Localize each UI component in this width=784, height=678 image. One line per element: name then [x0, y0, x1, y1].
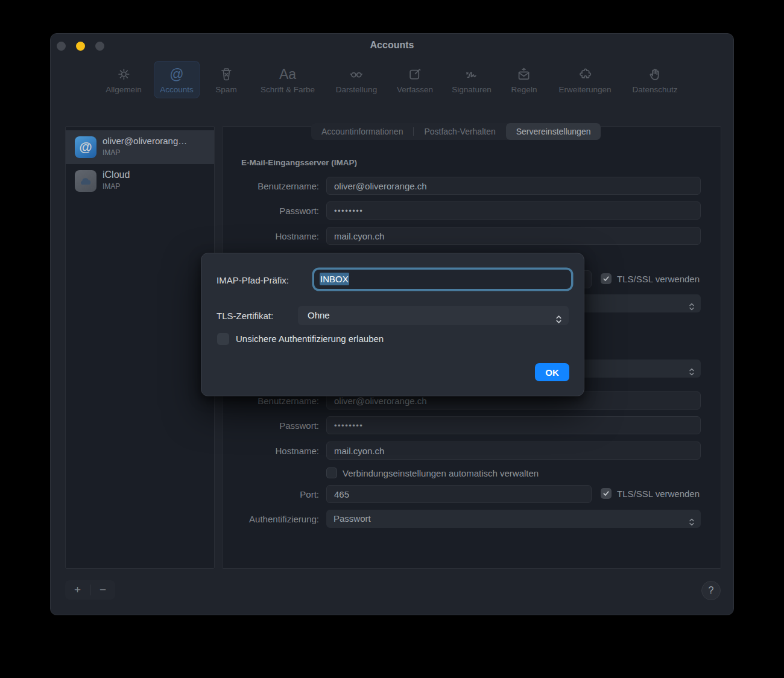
toolbar-item-allgemein[interactable]: Allgemein	[100, 61, 147, 98]
incoming-server-heading: E-Mail-Eingangsserver (IMAP)	[241, 158, 357, 167]
incoming-username-field[interactable]: oliver@oliverorange.ch	[326, 177, 701, 195]
toolbar-item-erweiterungen[interactable]: Erweiterungen	[552, 61, 617, 98]
port-label: Port:	[232, 489, 319, 499]
toolbar-item-darstellung[interactable]: Darstellung	[330, 61, 383, 98]
outgoing-hostname-field[interactable]: mail.cyon.ch	[326, 442, 701, 460]
incoming-password-field[interactable]: ••••••••	[326, 201, 701, 220]
signature-icon	[463, 65, 480, 83]
outgoing-tls-checkbox-row: TLS/SSL verwenden	[601, 488, 700, 499]
toolbar-label: Allgemein	[106, 85, 141, 94]
auth-label: Authentifizierung:	[232, 514, 319, 524]
outgoing-port-row: Port: 465	[232, 485, 592, 503]
account-name: oliver@oliverorang…	[103, 136, 187, 146]
outgoing-auth-select[interactable]: Passwort	[326, 510, 701, 528]
password-label: Passwort:	[232, 420, 319, 431]
hostname-label: Hostname:	[232, 446, 319, 456]
at-account-icon: @	[75, 136, 96, 158]
account-tabs: Accountinformationen Postfach-Verhalten …	[311, 123, 601, 140]
incoming-username-row: Benutzername: oliver@oliverorange.ch	[232, 177, 701, 195]
toolbar-label: Schrift & Farbe	[261, 85, 315, 94]
puzzle-icon	[577, 65, 593, 83]
outgoing-port-field[interactable]: 465	[326, 485, 592, 503]
toolbar-label: Verfassen	[397, 85, 433, 94]
outgoing-auto-manage-row: Verbindungseinstellungen automatisch ver…	[326, 467, 539, 478]
check-icon	[602, 490, 610, 497]
rules-envelope-icon	[516, 65, 532, 83]
tab-accountinformationen[interactable]: Accountinformationen	[311, 123, 413, 140]
incoming-tls-checkbox-row: TLS/SSL verwenden	[601, 273, 700, 284]
outgoing-hostname-row: Hostname: mail.cyon.ch	[232, 442, 701, 460]
chevron-up-down-icon	[688, 515, 695, 533]
add-account-button[interactable]: +	[65, 580, 90, 600]
insecure-auth-checkbox[interactable]	[217, 333, 229, 345]
fonts-icon: Aa	[279, 65, 296, 83]
username-label: Benutzername:	[232, 396, 319, 406]
hand-icon	[647, 65, 663, 83]
incoming-hostname-row: Hostname: mail.cyon.ch	[232, 227, 701, 245]
tls-cert-value: Ohne	[308, 310, 330, 320]
outgoing-auth-row: Authentifizierung: Passwort	[232, 510, 701, 528]
chevron-up-down-icon	[688, 299, 695, 317]
icloud-icon	[75, 170, 96, 192]
check-icon	[602, 275, 610, 282]
at-icon: @	[169, 65, 183, 83]
imap-prefix-input[interactable]: INBOX	[314, 270, 571, 289]
toolbar-item-signaturen[interactable]: Signaturen	[446, 61, 497, 98]
chevron-up-down-icon	[688, 364, 695, 382]
toolbar-item-datenschutz[interactable]: Datenschutz	[626, 61, 683, 98]
toolbar-label: Regeln	[511, 85, 537, 94]
tls-label: TLS/SSL verwenden	[617, 489, 700, 499]
auto-manage-label: Verbindungseinstellungen automatisch ver…	[343, 468, 539, 478]
compose-icon	[407, 65, 423, 83]
account-protocol: IMAP	[103, 182, 120, 191]
add-remove-group: + −	[65, 580, 115, 600]
toolbar-label: Datenschutz	[632, 85, 677, 94]
toolbar-item-verfassen[interactable]: Verfassen	[391, 61, 439, 98]
account-name: iCloud	[103, 170, 130, 180]
toolbar-item-spam[interactable]: Spam	[209, 61, 242, 98]
outgoing-password-field[interactable]: ••••••••	[326, 416, 701, 434]
desktop-background: Accounts Allgemein @ Accounts Spam Aa Sc…	[0, 0, 784, 678]
tab-postfach-verhalten[interactable]: Postfach-Verhalten	[414, 123, 505, 140]
incoming-password-row: Passwort: ••••••••	[232, 201, 701, 220]
window-title: Accounts	[51, 40, 733, 51]
tab-servereinstellungen[interactable]: Servereinstellungen	[506, 123, 601, 140]
imap-prefix-label: IMAP-Pfad-Präfix:	[217, 275, 289, 285]
gear-icon	[116, 65, 131, 83]
accounts-sidebar: @ oliver@oliverorang… IMAP iCloud IMAP	[65, 126, 215, 569]
toolbar-label: Signaturen	[452, 85, 491, 94]
mail-settings-window: Accounts Allgemein @ Accounts Spam Aa Sc…	[50, 33, 734, 615]
toolbar-item-accounts[interactable]: @ Accounts	[154, 61, 200, 98]
username-label: Benutzername:	[232, 181, 319, 191]
sidebar-account-icloud[interactable]: iCloud IMAP	[66, 164, 214, 197]
trash-icon	[218, 65, 234, 83]
toolbar-label: Spam	[215, 85, 236, 94]
auto-manage-checkbox[interactable]	[326, 467, 337, 478]
hostname-label: Hostname:	[232, 231, 319, 241]
account-protocol: IMAP	[103, 148, 120, 157]
tls-cert-label: TLS-Zertifikat:	[217, 311, 273, 321]
toolbar-item-regeln[interactable]: Regeln	[505, 61, 543, 98]
incoming-hostname-field[interactable]: mail.cyon.ch	[326, 227, 701, 245]
toolbar-label: Erweiterungen	[558, 85, 611, 94]
incoming-tls-checkbox[interactable]	[601, 273, 612, 284]
outgoing-tls-checkbox[interactable]	[601, 488, 612, 499]
imap-path-prefix-dialog: IMAP-Pfad-Präfix: INBOX TLS-Zertifikat: …	[201, 253, 584, 396]
sidebar-account-oliver[interactable]: @ oliver@oliverorang… IMAP	[66, 130, 214, 164]
toolbar-item-schrift-farbe[interactable]: Aa Schrift & Farbe	[254, 61, 321, 98]
toolbar-label: Darstellung	[336, 85, 377, 94]
selected-text: INBOX	[320, 273, 349, 285]
tls-label: TLS/SSL verwenden	[617, 274, 700, 284]
password-label: Passwort:	[232, 206, 319, 216]
ok-button[interactable]: OK	[535, 363, 569, 381]
help-button[interactable]: ?	[701, 581, 721, 600]
glasses-icon	[348, 65, 365, 83]
remove-account-button[interactable]: −	[90, 580, 115, 600]
outgoing-password-row: Passwort: ••••••••	[232, 416, 701, 434]
toolbar-label: Accounts	[160, 85, 194, 94]
tls-cert-select[interactable]: Ohne	[298, 306, 569, 325]
chevron-up-down-icon	[555, 311, 563, 331]
insecure-auth-label: Unsichere Authentifizierung erlauben	[236, 334, 384, 344]
auth-value: Passwort	[334, 513, 371, 524]
